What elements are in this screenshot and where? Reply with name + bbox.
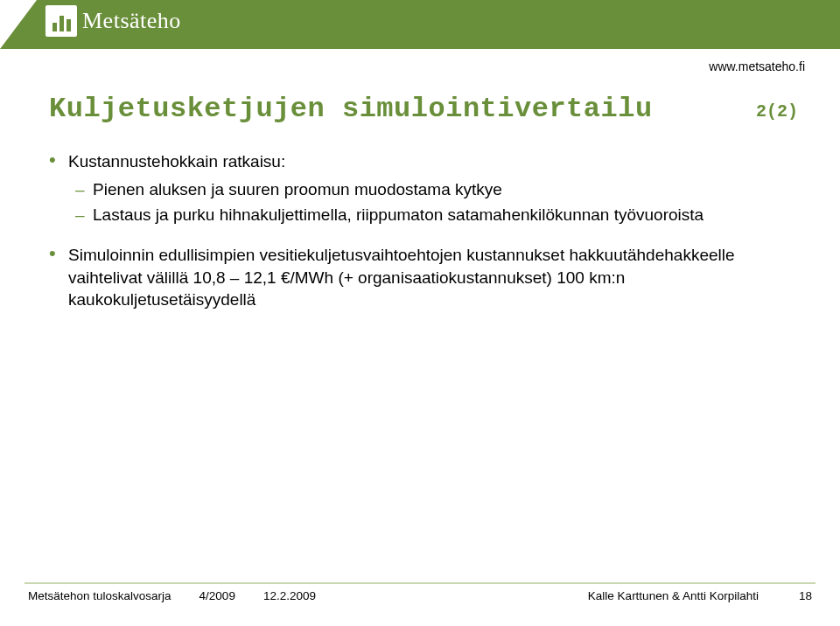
bullet-second: Simuloinnin edullisimpien vesitiekuljetu… (49, 244, 791, 311)
content-area: Kustannustehokkain ratkaisu: Pienen aluk… (49, 150, 791, 316)
bullet-top: Kustannustehokkain ratkaisu: (49, 150, 791, 173)
footer-authors: Kalle Karttunen & Antti Korpilahti (588, 589, 759, 602)
page-title: Kuljetusketjujen simulointivertailu (49, 93, 653, 125)
header-bar: Metsäteho (0, 0, 840, 49)
title-row: Kuljetusketjujen simulointivertailu 2(2) (49, 93, 798, 125)
logo-mark-icon (46, 5, 77, 37)
logo-text: Metsäteho (82, 8, 181, 34)
footer-issue: 4/2009 (200, 589, 235, 602)
page-indicator: 2(2) (756, 101, 798, 122)
footer-divider (24, 582, 816, 584)
sub-item-1: Pienen aluksen ja suuren proomun muodost… (49, 178, 791, 201)
logo: Metsäteho (46, 5, 181, 37)
footer-row: Metsätehon tuloskalvosarja 4/2009 12.2.2… (28, 589, 812, 602)
footer-date: 12.2.2009 (263, 589, 316, 602)
footer-page-number: 18 (799, 589, 812, 602)
bullet-top-label: Kustannustehokkain ratkaisu: (68, 152, 285, 170)
header-triangle-decor (0, 0, 37, 49)
footer: Metsätehon tuloskalvosarja 4/2009 12.2.2… (0, 582, 840, 609)
slide: Metsäteho www.metsateho.fi Kuljetusketju… (0, 0, 840, 626)
sub-item-2: Lastaus ja purku hihnakuljettimella, rii… (49, 204, 791, 226)
site-url: www.metsateho.fi (709, 59, 805, 73)
footer-series: Metsätehon tuloskalvosarja (28, 589, 172, 602)
